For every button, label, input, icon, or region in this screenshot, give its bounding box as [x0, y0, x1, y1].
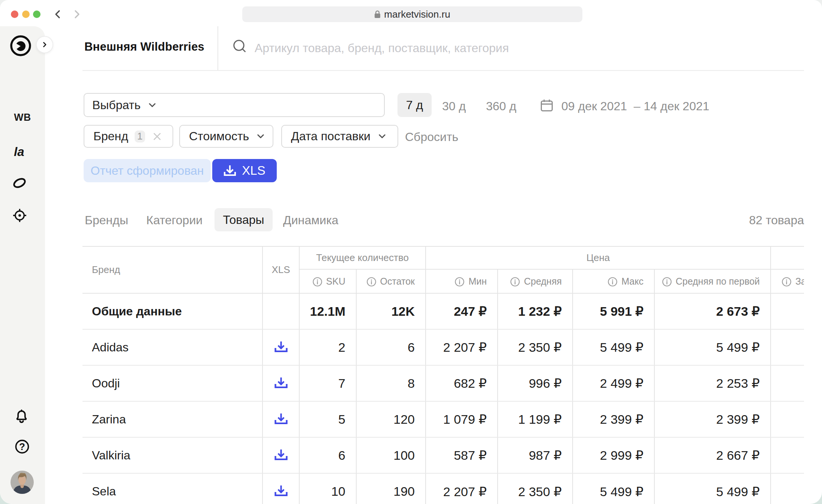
svg-text:?: ?	[19, 441, 25, 452]
